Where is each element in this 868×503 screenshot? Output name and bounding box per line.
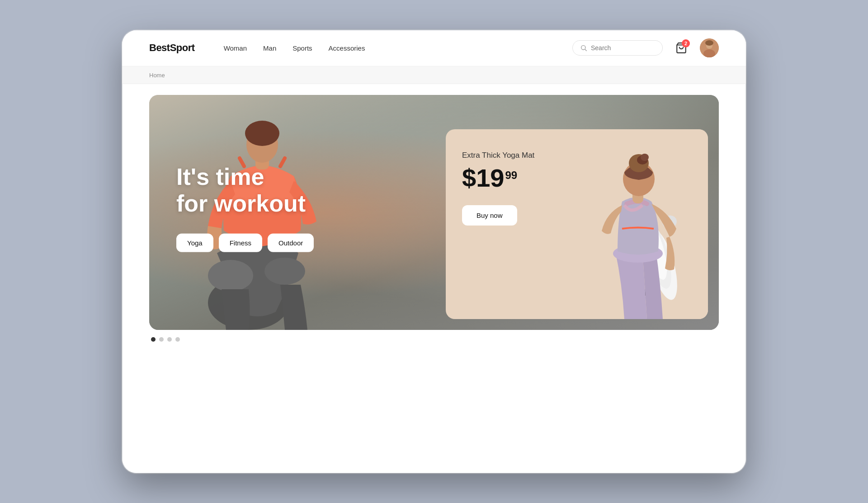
svg-point-25	[641, 154, 649, 161]
buy-now-button[interactable]: Buy now	[462, 205, 517, 226]
dot-1[interactable]	[151, 337, 156, 342]
breadcrumb[interactable]: Home	[149, 72, 165, 79]
nav-man[interactable]: Man	[263, 44, 276, 52]
avatar-svg	[700, 38, 719, 57]
dot-3[interactable]	[167, 337, 172, 342]
svg-point-10	[264, 258, 305, 285]
hero-category-buttons: Yoga Fitness Outdoor	[176, 234, 314, 252]
pagination-dots	[149, 337, 719, 342]
nav-right: 2	[572, 38, 719, 57]
main-content: It's time for workout Yoga Fitness Outdo…	[122, 84, 746, 360]
price-cents: 99	[505, 169, 517, 182]
search-icon	[580, 44, 587, 52]
nav-links: Woman Man Sports Accessories	[224, 44, 551, 52]
hero-text-area: It's time for workout Yoga Fitness Outdo…	[176, 163, 314, 252]
brand-logo[interactable]: BestSport	[149, 42, 195, 54]
product-image-area	[563, 129, 708, 319]
yoga-woman-svg	[572, 138, 708, 319]
hero-title: It's time for workout	[176, 163, 314, 217]
yoga-button[interactable]: Yoga	[176, 234, 213, 252]
device-frame: BestSport Woman Man Sports Accessories	[122, 30, 746, 473]
nav-woman[interactable]: Woman	[224, 44, 247, 52]
dot-4[interactable]	[175, 337, 180, 342]
navbar: BestSport Woman Man Sports Accessories	[122, 30, 746, 66]
cart-badge: 2	[682, 39, 690, 47]
search-input[interactable]	[591, 44, 655, 52]
fitness-button[interactable]: Fitness	[219, 234, 262, 252]
svg-point-9	[208, 260, 253, 291]
search-box[interactable]	[572, 40, 663, 56]
breadcrumb-bar: Home	[122, 66, 746, 84]
price-main: $19	[462, 165, 504, 191]
hero-banner: It's time for workout Yoga Fitness Outdo…	[149, 95, 719, 330]
svg-point-0	[581, 46, 585, 50]
cart-button[interactable]: 2	[672, 38, 691, 57]
nav-accessories[interactable]: Accessories	[329, 44, 365, 52]
nav-sports[interactable]: Sports	[292, 44, 312, 52]
svg-line-1	[585, 49, 587, 51]
user-avatar[interactable]	[700, 38, 719, 57]
product-card: Extra Thick Yoga Mat $19 99 Buy now	[446, 129, 708, 319]
svg-point-13	[245, 121, 279, 146]
dot-2[interactable]	[159, 337, 164, 342]
outdoor-button[interactable]: Outdoor	[268, 234, 314, 252]
svg-point-6	[705, 40, 713, 46]
avatar-image	[700, 38, 719, 57]
